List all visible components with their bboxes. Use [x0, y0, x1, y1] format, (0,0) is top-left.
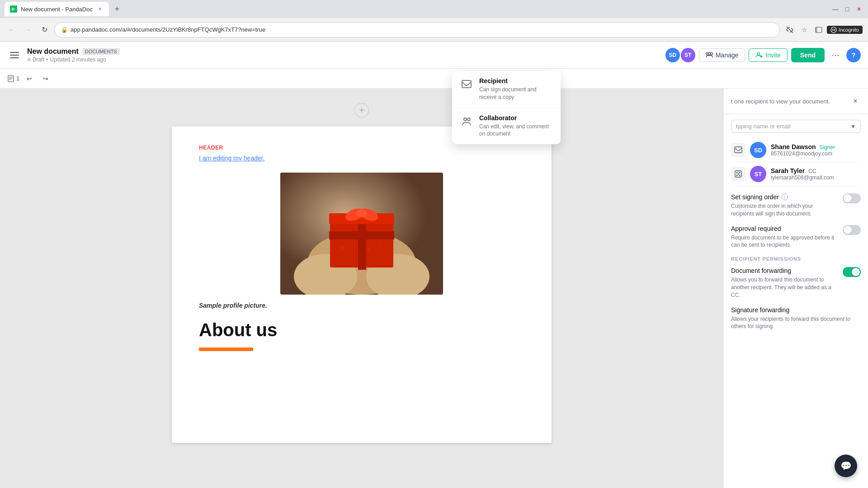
- back-button[interactable]: ←: [5, 23, 18, 36]
- sidebar-icon[interactable]: [812, 23, 825, 36]
- forward-button[interactable]: →: [22, 23, 34, 36]
- maximize-button[interactable]: □: [843, 5, 852, 14]
- address-url: app.pandadoc.com/a/#/documents/2UzYiBKr8…: [71, 26, 265, 33]
- approval-label: Approval required: [731, 225, 837, 232]
- doc-forwarding-setting: Document forwarding Allows you to forwar…: [731, 267, 861, 299]
- sig-forwarding-setting: Signature forwarding Allows your recipie…: [731, 306, 861, 331]
- app: New document DOCUMENTS Draft • Updated 2…: [0, 42, 868, 488]
- invite-button[interactable]: Invite: [749, 48, 787, 62]
- doc-forwarding-label: Document forwarding: [731, 267, 837, 274]
- document-content: HEADER I am editing my header.: [172, 127, 552, 369]
- svg-point-5: [832, 29, 834, 30]
- recipient-name: Sarah Tyler CC: [771, 167, 861, 174]
- svg-rect-3: [816, 27, 817, 33]
- recipient-list: SD Shane Dawson Signer 85761024@moodjoy.…: [724, 138, 868, 186]
- undo-button[interactable]: ↩: [23, 72, 36, 85]
- hamburger-button[interactable]: [7, 48, 22, 62]
- recipient-name: Shane Dawson Signer: [771, 143, 861, 150]
- new-tab-button[interactable]: +: [111, 3, 123, 15]
- recipient-content: Recipient Can sign document and receive …: [479, 77, 553, 101]
- svg-point-42: [739, 172, 741, 174]
- signing-order-toggle[interactable]: [843, 193, 861, 203]
- signing-order-desc: Customize the order in which your recipi…: [731, 202, 837, 218]
- tab-title: New document - PandaDoc: [21, 6, 93, 13]
- svg-point-47: [464, 118, 467, 121]
- minimize-button[interactable]: —: [831, 5, 840, 14]
- updated-text: Updated 2 minutes ago: [50, 56, 106, 63]
- recipient-option-desc: Can sign document and receive a copy: [479, 86, 553, 101]
- browser-toolbar-icons: ☆ Incognito: [783, 23, 863, 36]
- collaborator-option[interactable]: Collaborator Can edit, view, and comment…: [452, 108, 561, 145]
- panel-header: t one recipient to view your document. ×: [724, 89, 868, 114]
- panel-close-button[interactable]: ×: [850, 96, 861, 107]
- address-bar[interactable]: 🔒 app.pandadoc.com/a/#/documents/2UzYiBK…: [54, 22, 780, 38]
- recipient-option[interactable]: Recipient Can sign document and receive …: [452, 71, 561, 108]
- svg-point-10: [708, 52, 710, 55]
- recipient-email: tylersarah508@gmail.com: [771, 174, 861, 181]
- document-area[interactable]: + ⋯ HEADER I am editing my header.: [0, 89, 723, 488]
- collaborator-icon: [459, 114, 474, 129]
- star-icon[interactable]: ☆: [798, 23, 811, 36]
- eye-slash-icon: [783, 23, 796, 36]
- close-window-button[interactable]: ×: [854, 5, 863, 14]
- search-dropdown-arrow[interactable]: ▼: [850, 123, 856, 130]
- signing-order-label-area: Set signing order i Customize the order …: [731, 193, 837, 218]
- redo-button[interactable]: ↪: [39, 72, 52, 85]
- doc-header-text[interactable]: I am editing my header.: [199, 155, 524, 162]
- manage-button[interactable]: Manage: [699, 48, 745, 62]
- status-text: Draft: [33, 56, 44, 63]
- section-label: RECIPIENT PERMISSIONS: [731, 256, 861, 262]
- tab-close-button[interactable]: ×: [96, 5, 104, 13]
- recipient-info: Sarah Tyler CC tylersarah508@gmail.com: [771, 167, 861, 181]
- avatar-sd[interactable]: SD: [665, 48, 680, 62]
- main-content: + ⋯ HEADER I am editing my header.: [0, 89, 868, 488]
- more-button[interactable]: ⋯: [828, 48, 843, 62]
- recipient-icon: [459, 77, 474, 92]
- doc-forwarding-desc: Allows you to forward this document to a…: [731, 276, 837, 299]
- info-icon[interactable]: i: [782, 194, 788, 200]
- status-dot: [27, 58, 31, 61]
- toggle-knob: [852, 268, 860, 276]
- chat-widget[interactable]: 💬: [835, 455, 857, 477]
- avatar-group: SD ST: [665, 48, 695, 62]
- recipient-icon-wrap: [731, 167, 745, 181]
- right-panel: t one recipient to view your document. ×…: [723, 89, 868, 488]
- help-button[interactable]: ?: [846, 48, 861, 62]
- signing-order-label: Set signing order i: [731, 193, 837, 201]
- recipient-icon-wrap: [731, 143, 745, 157]
- doc-title: New document: [27, 47, 79, 56]
- avatar-st[interactable]: ST: [681, 48, 695, 62]
- recipient-email: 85761024@moodjoy.com: [771, 150, 861, 157]
- reload-button[interactable]: ↻: [38, 23, 51, 36]
- browser-tab[interactable]: P New document - PandaDoc ×: [5, 2, 109, 16]
- doc-caption: Sample profile picture.: [199, 302, 524, 309]
- svg-rect-28: [329, 231, 394, 239]
- recipient-option-title: Recipient: [479, 77, 553, 84]
- secondary-toolbar: 1 ↩ ↪: [0, 69, 868, 89]
- doc-badge: DOCUMENTS: [82, 48, 120, 55]
- send-button[interactable]: Send: [791, 48, 825, 62]
- document-page: ⋯ HEADER I am editing my header.: [172, 127, 552, 443]
- invite-label: Invite: [765, 52, 780, 59]
- svg-point-48: [467, 118, 470, 121]
- svg-rect-8: [10, 55, 19, 56]
- browser-titlebar: P New document - PandaDoc × + — □ ×: [0, 0, 868, 18]
- svg-point-4: [831, 27, 836, 33]
- approval-toggle[interactable]: [843, 225, 861, 235]
- svg-rect-17: [9, 77, 13, 77]
- svg-rect-46: [462, 80, 471, 88]
- recipient-search-box[interactable]: typing name or email ▼: [731, 120, 861, 133]
- incognito-badge: Incognito: [827, 26, 863, 34]
- panel-settings: Set signing order i Customize the order …: [724, 186, 868, 345]
- svg-point-43: [736, 175, 738, 176]
- doc-forwarding-toggle[interactable]: [843, 267, 861, 277]
- svg-point-44: [739, 175, 741, 176]
- svg-text:✦: ✦: [350, 240, 355, 246]
- chat-icon: 💬: [840, 460, 852, 471]
- add-content-button[interactable]: +: [354, 103, 369, 117]
- sig-forwarding-desc: Allows your recipients to forward this d…: [731, 315, 855, 331]
- recipient-search-area: typing name or email ▼: [724, 114, 868, 138]
- signing-order-setting: Set signing order i Customize the order …: [731, 193, 861, 218]
- page-number: 1: [16, 75, 19, 82]
- svg-point-41: [736, 172, 738, 174]
